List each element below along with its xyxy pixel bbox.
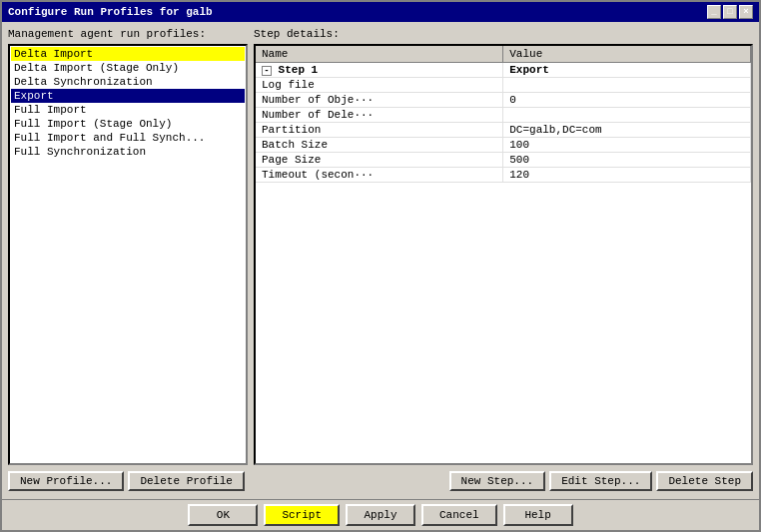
list-item-delta-import-stage[interactable]: Delta Import (Stage Only) [11, 61, 245, 75]
delete-profile-button[interactable]: Delete Profile [128, 471, 244, 491]
title-bar-controls: _ □ × [707, 5, 753, 19]
close-button[interactable]: × [739, 5, 753, 19]
list-item-full-sync[interactable]: Full Synchronization [11, 145, 245, 159]
cell-name-log-file: Log file [256, 78, 503, 93]
cell-name-partition: Partition [256, 123, 503, 138]
step-details-table: Name Value - Step 1ExportLog fileNumber … [256, 46, 751, 183]
configure-run-profiles-window: Configure Run Profiles for galb _ □ × Ma… [0, 0, 761, 532]
panels-row: Management agent run profiles: Delta Imp… [8, 28, 753, 465]
col-name-header: Name [256, 46, 503, 63]
main-content: Management agent run profiles: Delta Imp… [2, 22, 759, 499]
col-value-header: Value [503, 46, 751, 63]
right-panel: Step details: Name Value - Step 1ExportL… [254, 28, 753, 465]
cell-value-partition: DC=galb,DC=com [503, 123, 751, 138]
table-row-batch-size: Batch Size100 [256, 138, 751, 153]
table-row-log-file: Log file [256, 78, 751, 93]
right-button-group: New Step... Edit Step... Delete Step [449, 471, 753, 491]
cell-value-num-deletes [503, 108, 751, 123]
cell-value-log-file [503, 78, 751, 93]
list-item-delta-sync[interactable]: Delta Synchronization [11, 75, 245, 89]
window-title: Configure Run Profiles for galb [8, 6, 213, 18]
cancel-button[interactable]: Cancel [421, 504, 497, 526]
ok-button[interactable]: OK [188, 504, 258, 526]
script-button[interactable]: Script [264, 504, 340, 526]
title-bar: Configure Run Profiles for galb _ □ × [2, 2, 759, 22]
cell-name-page-size: Page Size [256, 153, 503, 168]
cell-value-batch-size: 100 [503, 138, 751, 153]
table-row-page-size: Page Size500 [256, 153, 751, 168]
step-details-label: Step details: [254, 28, 753, 40]
cell-value-page-size: 500 [503, 153, 751, 168]
table-header-row: Name Value [256, 46, 751, 63]
new-step-button[interactable]: New Step... [449, 471, 546, 491]
delete-step-button[interactable]: Delete Step [656, 471, 753, 491]
cell-name-timeout: Timeout (secon··· [256, 168, 503, 183]
profiles-listbox[interactable]: Delta ImportDelta Import (Stage Only)Del… [8, 44, 248, 465]
table-row-partition: PartitionDC=galb,DC=com [256, 123, 751, 138]
management-agent-label: Management agent run profiles: [8, 28, 248, 40]
list-item-export[interactable]: Export [11, 89, 245, 103]
minimize-button[interactable]: _ [707, 5, 721, 19]
left-panel: Management agent run profiles: Delta Imp… [8, 28, 248, 465]
left-button-group: New Profile... Delete Profile [8, 471, 245, 491]
list-item-full-import-sync[interactable]: Full Import and Full Synch... [11, 131, 245, 145]
title-bar-title: Configure Run Profiles for galb [8, 6, 213, 18]
bottom-buttons: New Profile... Delete Profile New Step..… [8, 469, 753, 493]
edit-step-button[interactable]: Edit Step... [549, 471, 652, 491]
apply-button[interactable]: Apply [346, 504, 415, 526]
cell-name-batch-size: Batch Size [256, 138, 503, 153]
cell-name-step1: - Step 1 [256, 63, 503, 78]
step-details-table-container: Name Value - Step 1ExportLog fileNumber … [254, 44, 753, 465]
cell-value-num-objects: 0 [503, 93, 751, 108]
maximize-button[interactable]: □ [723, 5, 737, 19]
cell-name-num-deletes: Number of Dele··· [256, 108, 503, 123]
list-item-full-import[interactable]: Full Import [11, 103, 245, 117]
footer-bar: OK Script Apply Cancel Help [2, 499, 759, 530]
list-item-full-import-stage[interactable]: Full Import (Stage Only) [11, 117, 245, 131]
list-item-delta-import[interactable]: Delta Import [11, 47, 245, 61]
cell-value-timeout: 120 [503, 168, 751, 183]
cell-value-step1: Export [503, 63, 751, 78]
table-row-step1: - Step 1Export [256, 63, 751, 78]
expand-icon[interactable]: - [262, 66, 272, 76]
new-profile-button[interactable]: New Profile... [8, 471, 124, 491]
table-row-timeout: Timeout (secon···120 [256, 168, 751, 183]
help-button[interactable]: Help [503, 504, 573, 526]
cell-name-num-objects: Number of Obje··· [256, 93, 503, 108]
table-row-num-objects: Number of Obje···0 [256, 93, 751, 108]
table-row-num-deletes: Number of Dele··· [256, 108, 751, 123]
